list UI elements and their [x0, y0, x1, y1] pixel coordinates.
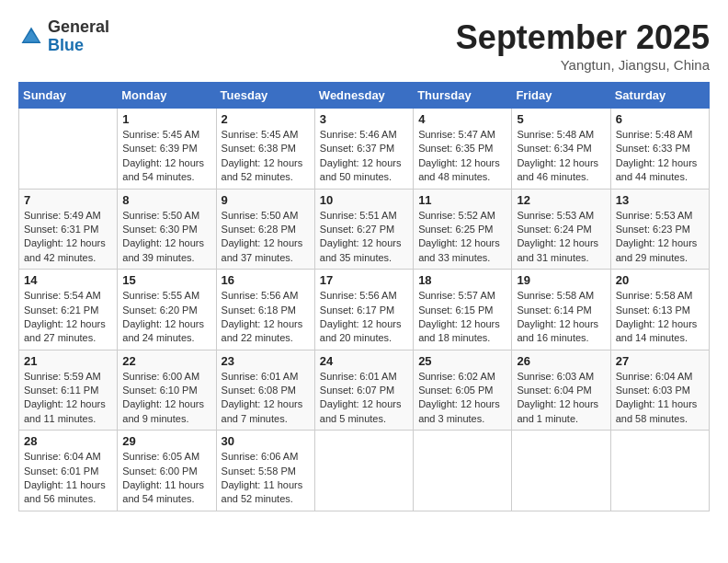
logo: General Blue — [18, 18, 109, 55]
day-info: Sunrise: 5:53 AM Sunset: 6:24 PM Dayligh… — [517, 209, 605, 266]
day-number: 18 — [418, 273, 506, 287]
calendar-week-row: 28Sunrise: 6:04 AM Sunset: 6:01 PM Dayli… — [19, 431, 710, 511]
calendar-cell: 15Sunrise: 5:55 AM Sunset: 6:20 PM Dayli… — [118, 270, 216, 350]
calendar-cell — [610, 431, 709, 511]
day-number: 20 — [616, 273, 704, 287]
calendar-week-row: 7Sunrise: 5:49 AM Sunset: 6:31 PM Daylig… — [19, 189, 710, 270]
weekday-header-cell: Saturday — [610, 83, 709, 109]
calendar-cell: 23Sunrise: 6:01 AM Sunset: 6:08 PM Dayli… — [216, 350, 314, 431]
day-number: 8 — [122, 193, 210, 207]
day-number: 25 — [418, 354, 506, 368]
day-number: 3 — [320, 112, 408, 126]
location: Yangtun, Jiangsu, China — [456, 57, 710, 73]
calendar-table: SundayMondayTuesdayWednesdayThursdayFrid… — [18, 82, 710, 511]
day-info: Sunrise: 6:04 AM Sunset: 6:01 PM Dayligh… — [24, 450, 112, 507]
day-number: 12 — [517, 193, 605, 207]
calendar-cell — [19, 109, 118, 190]
calendar-cell: 17Sunrise: 5:56 AM Sunset: 6:17 PM Dayli… — [314, 270, 413, 350]
day-info: Sunrise: 5:57 AM Sunset: 6:15 PM Dayligh… — [418, 289, 506, 346]
calendar-cell: 7Sunrise: 5:49 AM Sunset: 6:31 PM Daylig… — [19, 189, 118, 270]
weekday-header-cell: Wednesday — [314, 83, 413, 109]
day-number: 4 — [418, 112, 506, 126]
day-info: Sunrise: 5:48 AM Sunset: 6:33 PM Dayligh… — [616, 128, 704, 185]
day-info: Sunrise: 6:04 AM Sunset: 6:03 PM Dayligh… — [616, 370, 704, 427]
calendar-cell: 2Sunrise: 5:45 AM Sunset: 6:38 PM Daylig… — [216, 109, 314, 190]
day-info: Sunrise: 5:50 AM Sunset: 6:28 PM Dayligh… — [222, 209, 310, 266]
page-header: General Blue September 2025 Yangtun, Jia… — [18, 18, 710, 73]
calendar-cell: 28Sunrise: 6:04 AM Sunset: 6:01 PM Dayli… — [19, 431, 118, 511]
calendar-cell: 4Sunrise: 5:47 AM Sunset: 6:35 PM Daylig… — [414, 109, 512, 190]
calendar-cell: 27Sunrise: 6:04 AM Sunset: 6:03 PM Dayli… — [610, 350, 709, 431]
calendar-cell: 3Sunrise: 5:46 AM Sunset: 6:37 PM Daylig… — [314, 109, 413, 190]
day-number: 22 — [122, 354, 210, 368]
day-number: 15 — [122, 273, 210, 287]
calendar-cell: 1Sunrise: 5:45 AM Sunset: 6:39 PM Daylig… — [118, 109, 216, 190]
weekday-header-cell: Thursday — [414, 83, 512, 109]
day-number: 7 — [24, 193, 112, 207]
day-number: 27 — [616, 354, 704, 368]
day-number: 19 — [517, 273, 605, 287]
day-info: Sunrise: 5:52 AM Sunset: 6:25 PM Dayligh… — [418, 209, 506, 266]
day-number: 23 — [222, 354, 310, 368]
day-number: 5 — [517, 112, 605, 126]
day-info: Sunrise: 6:01 AM Sunset: 6:08 PM Dayligh… — [222, 370, 310, 427]
calendar-cell: 16Sunrise: 5:56 AM Sunset: 6:18 PM Dayli… — [216, 270, 314, 350]
day-info: Sunrise: 5:49 AM Sunset: 6:31 PM Dayligh… — [24, 209, 112, 266]
calendar-week-row: 21Sunrise: 5:59 AM Sunset: 6:11 PM Dayli… — [19, 350, 710, 431]
month-title: September 2025 — [456, 18, 710, 57]
calendar-body: 1Sunrise: 5:45 AM Sunset: 6:39 PM Daylig… — [19, 109, 710, 511]
calendar-week-row: 1Sunrise: 5:45 AM Sunset: 6:39 PM Daylig… — [19, 109, 710, 190]
calendar-week-row: 14Sunrise: 5:54 AM Sunset: 6:21 PM Dayli… — [19, 270, 710, 350]
logo-text: General Blue — [48, 18, 109, 55]
calendar-cell: 20Sunrise: 5:58 AM Sunset: 6:13 PM Dayli… — [610, 270, 709, 350]
calendar-cell: 21Sunrise: 5:59 AM Sunset: 6:11 PM Dayli… — [19, 350, 118, 431]
day-info: Sunrise: 5:55 AM Sunset: 6:20 PM Dayligh… — [122, 289, 210, 346]
day-info: Sunrise: 6:01 AM Sunset: 6:07 PM Dayligh… — [320, 370, 408, 427]
calendar-cell: 10Sunrise: 5:51 AM Sunset: 6:27 PM Dayli… — [314, 189, 413, 270]
day-number: 21 — [24, 354, 112, 368]
calendar-cell: 26Sunrise: 6:03 AM Sunset: 6:04 PM Dayli… — [512, 350, 610, 431]
weekday-header-cell: Sunday — [19, 83, 118, 109]
calendar-cell — [314, 431, 413, 511]
day-info: Sunrise: 5:46 AM Sunset: 6:37 PM Dayligh… — [320, 128, 408, 185]
title-block: September 2025 Yangtun, Jiangsu, China — [456, 18, 710, 73]
calendar-cell: 24Sunrise: 6:01 AM Sunset: 6:07 PM Dayli… — [314, 350, 413, 431]
day-info: Sunrise: 5:45 AM Sunset: 6:39 PM Dayligh… — [122, 128, 210, 185]
day-info: Sunrise: 6:05 AM Sunset: 6:00 PM Dayligh… — [122, 450, 210, 507]
calendar-cell: 25Sunrise: 6:02 AM Sunset: 6:05 PM Dayli… — [414, 350, 512, 431]
calendar-cell: 29Sunrise: 6:05 AM Sunset: 6:00 PM Dayli… — [118, 431, 216, 511]
day-info: Sunrise: 6:02 AM Sunset: 6:05 PM Dayligh… — [418, 370, 506, 427]
weekday-header-cell: Friday — [512, 83, 610, 109]
logo-icon — [18, 24, 44, 50]
day-number: 28 — [24, 434, 112, 448]
day-info: Sunrise: 6:06 AM Sunset: 5:58 PM Dayligh… — [222, 450, 310, 507]
calendar-cell: 19Sunrise: 5:58 AM Sunset: 6:14 PM Dayli… — [512, 270, 610, 350]
day-info: Sunrise: 5:59 AM Sunset: 6:11 PM Dayligh… — [24, 370, 112, 427]
calendar-cell: 5Sunrise: 5:48 AM Sunset: 6:34 PM Daylig… — [512, 109, 610, 190]
calendar-cell: 13Sunrise: 5:53 AM Sunset: 6:23 PM Dayli… — [610, 189, 709, 270]
day-info: Sunrise: 5:45 AM Sunset: 6:38 PM Dayligh… — [222, 128, 310, 185]
calendar-cell: 12Sunrise: 5:53 AM Sunset: 6:24 PM Dayli… — [512, 189, 610, 270]
day-info: Sunrise: 5:53 AM Sunset: 6:23 PM Dayligh… — [616, 209, 704, 266]
calendar-cell: 30Sunrise: 6:06 AM Sunset: 5:58 PM Dayli… — [216, 431, 314, 511]
day-info: Sunrise: 5:56 AM Sunset: 6:17 PM Dayligh… — [320, 289, 408, 346]
day-info: Sunrise: 5:58 AM Sunset: 6:14 PM Dayligh… — [517, 289, 605, 346]
calendar-cell — [414, 431, 512, 511]
day-info: Sunrise: 5:58 AM Sunset: 6:13 PM Dayligh… — [616, 289, 704, 346]
weekday-header-cell: Tuesday — [216, 83, 314, 109]
weekday-header-cell: Monday — [118, 83, 216, 109]
day-number: 9 — [222, 193, 310, 207]
day-info: Sunrise: 5:56 AM Sunset: 6:18 PM Dayligh… — [222, 289, 310, 346]
day-info: Sunrise: 5:51 AM Sunset: 6:27 PM Dayligh… — [320, 209, 408, 266]
calendar-cell: 22Sunrise: 6:00 AM Sunset: 6:10 PM Dayli… — [118, 350, 216, 431]
calendar-cell — [512, 431, 610, 511]
weekday-header-row: SundayMondayTuesdayWednesdayThursdayFrid… — [19, 83, 710, 109]
calendar-cell: 11Sunrise: 5:52 AM Sunset: 6:25 PM Dayli… — [414, 189, 512, 270]
day-number: 17 — [320, 273, 408, 287]
day-number: 14 — [24, 273, 112, 287]
day-number: 26 — [517, 354, 605, 368]
day-number: 1 — [122, 112, 210, 126]
day-number: 10 — [320, 193, 408, 207]
day-number: 13 — [616, 193, 704, 207]
day-number: 29 — [122, 434, 210, 448]
